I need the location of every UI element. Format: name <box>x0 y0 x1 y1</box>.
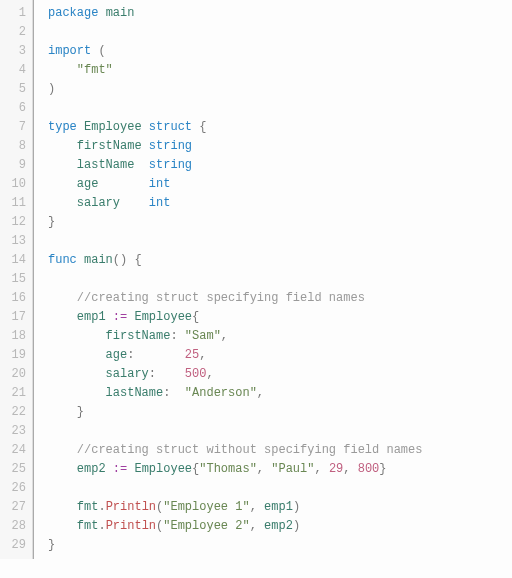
code-line: firstName string <box>48 137 512 156</box>
paren: ) <box>293 500 300 514</box>
paren: ) <box>293 519 300 533</box>
code-line: } <box>48 536 512 555</box>
colon: : <box>170 329 177 343</box>
code-line: //creating struct specifying field names <box>48 289 512 308</box>
code-line: age: 25, <box>48 346 512 365</box>
code-line <box>48 270 512 289</box>
number: 25 <box>185 348 199 362</box>
line-number: 3 <box>4 42 26 61</box>
operator: := <box>113 310 127 324</box>
line-number: 14 <box>4 251 26 270</box>
comma: , <box>221 329 228 343</box>
line-number: 23 <box>4 422 26 441</box>
type: int <box>149 196 171 210</box>
operator: := <box>113 462 127 476</box>
line-number: 10 <box>4 175 26 194</box>
package-ref: fmt <box>77 519 99 533</box>
func-call: Println <box>106 500 156 514</box>
line-number: 7 <box>4 118 26 137</box>
code-line: lastName: "Anderson", <box>48 384 512 403</box>
keyword: struct <box>149 120 192 134</box>
line-number: 13 <box>4 232 26 251</box>
code-line: import ( <box>48 42 512 61</box>
space <box>170 386 184 400</box>
field: salary <box>106 367 149 381</box>
line-number-gutter: 1234567891011121314151617181920212223242… <box>0 0 33 559</box>
code-line: "fmt" <box>48 61 512 80</box>
space <box>178 329 185 343</box>
keyword: package <box>48 6 98 20</box>
code-line: age int <box>48 175 512 194</box>
line-number: 26 <box>4 479 26 498</box>
code-line <box>48 23 512 42</box>
space <box>98 177 141 191</box>
brace: } <box>48 215 55 229</box>
keyword: func <box>48 253 77 267</box>
line-number: 1 <box>4 4 26 23</box>
code-line: salary int <box>48 194 512 213</box>
comma: , <box>250 500 264 514</box>
comma: , <box>206 367 213 381</box>
parens: () <box>113 253 127 267</box>
string-literal: "fmt" <box>77 63 113 77</box>
string-literal: "Employee 2" <box>163 519 249 533</box>
line-number: 19 <box>4 346 26 365</box>
string-literal: "Employee 1" <box>163 500 249 514</box>
code-line <box>48 479 512 498</box>
number: 800 <box>358 462 380 476</box>
code-line: salary: 500, <box>48 365 512 384</box>
code-line: package main <box>48 4 512 23</box>
brace: } <box>77 405 84 419</box>
comma: , <box>343 462 357 476</box>
code-line <box>48 422 512 441</box>
line-number: 29 <box>4 536 26 555</box>
line-number: 20 <box>4 365 26 384</box>
line-number: 22 <box>4 403 26 422</box>
dot: . <box>98 519 105 533</box>
comment: //creating struct without specifying fie… <box>77 443 423 457</box>
type: string <box>149 158 192 172</box>
space <box>134 348 184 362</box>
line-number: 25 <box>4 460 26 479</box>
type: string <box>149 139 192 153</box>
field: firstName <box>77 139 142 153</box>
colon: : <box>149 367 156 381</box>
code-line <box>48 99 512 118</box>
brace: { <box>199 120 206 134</box>
field: salary <box>77 196 120 210</box>
code-line <box>48 232 512 251</box>
code-line: func main() { <box>48 251 512 270</box>
identifier: emp1 <box>77 310 106 324</box>
line-number: 9 <box>4 156 26 175</box>
comma: , <box>314 462 328 476</box>
field: age <box>77 177 99 191</box>
code-line: firstName: "Sam", <box>48 327 512 346</box>
comma: , <box>199 348 206 362</box>
string-literal: "Thomas" <box>199 462 257 476</box>
code-line: fmt.Println("Employee 2", emp2) <box>48 517 512 536</box>
line-number: 12 <box>4 213 26 232</box>
comma: , <box>250 519 264 533</box>
space <box>156 367 185 381</box>
comment: //creating struct specifying field names <box>77 291 365 305</box>
space <box>120 196 142 210</box>
identifier: main <box>84 253 113 267</box>
identifier: emp2 <box>77 462 106 476</box>
code-line: type Employee struct { <box>48 118 512 137</box>
line-number: 24 <box>4 441 26 460</box>
paren: ( <box>98 44 105 58</box>
field: age <box>106 348 128 362</box>
keyword: type <box>48 120 77 134</box>
line-number: 28 <box>4 517 26 536</box>
type-name: Employee <box>134 310 192 324</box>
brace: } <box>48 538 55 552</box>
line-number: 6 <box>4 99 26 118</box>
brace: } <box>379 462 386 476</box>
keyword: import <box>48 44 91 58</box>
package-ref: fmt <box>77 500 99 514</box>
field: lastName <box>77 158 135 172</box>
func-call: Println <box>106 519 156 533</box>
line-number: 16 <box>4 289 26 308</box>
identifier: emp1 <box>264 500 293 514</box>
code-line: ) <box>48 80 512 99</box>
